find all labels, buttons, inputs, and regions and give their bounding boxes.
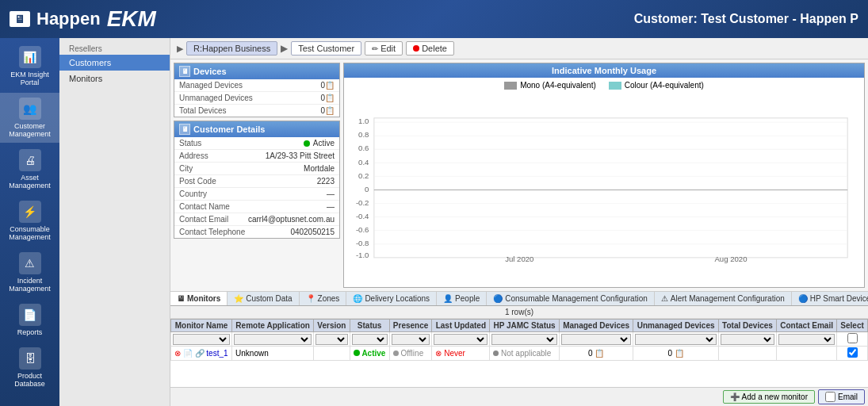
tab-delivery-locations-label: Delivery Locations	[365, 294, 430, 303]
tab-consumable-mgmt[interactable]: 🔵 Consumable Management Configuration	[487, 292, 655, 305]
svg-text:1.0: 1.0	[358, 117, 369, 125]
sidebar-item-asset-management[interactable]: 🖨 Asset Management	[0, 144, 59, 194]
ekm-text: EKM	[107, 6, 156, 32]
nav-item-customers[interactable]: Customers	[59, 55, 170, 71]
row-status-text: Active	[361, 349, 385, 358]
contact-email-value: carrl4@optusnet.com.au	[248, 215, 335, 224]
filter-total-devices[interactable]	[721, 334, 774, 345]
tab-monitors[interactable]: 🖥 Monitors	[170, 292, 228, 306]
chart-title: Indicative Monthly Usage	[344, 63, 864, 78]
edit-button[interactable]: ✏ Edit	[365, 41, 403, 56]
svg-text:Aug 2020: Aug 2020	[714, 255, 747, 263]
tab-alert-mgmt[interactable]: ⚠ Alert Management Configuration	[655, 292, 792, 305]
city-row: City Mortdale	[174, 163, 339, 175]
tab-hp-icon: 🔵	[798, 294, 808, 303]
contact-telephone-value: 0402050215	[290, 228, 335, 236]
filter-contact-email[interactable]	[778, 334, 835, 345]
breadcrumb-bar: ▶ R:Happen Business ▶ Test Customer ✏ Ed…	[170, 38, 868, 59]
filter-unmanaged-devices[interactable]	[635, 334, 716, 345]
unmanaged-print-icon[interactable]: 📋	[675, 349, 684, 358]
tab-consumable-label: Consumable Management Configuration	[505, 294, 648, 303]
sidebar-item-product-database[interactable]: 🗄 Product Database	[0, 343, 59, 393]
row-name-link[interactable]: test_1	[206, 349, 228, 358]
customer-details-panel: 🖥 Customer Details Status Active Address…	[174, 121, 340, 239]
filter-status[interactable]	[352, 334, 388, 345]
svg-text:0.2: 0.2	[358, 171, 369, 180]
svg-text:0.8: 0.8	[358, 130, 369, 139]
svg-text:-0.2: -0.2	[356, 198, 369, 207]
tab-delivery-locations[interactable]: 🌐 Delivery Locations	[346, 292, 437, 305]
sidebar-label: Asset Management	[3, 174, 56, 190]
tab-consumable-icon: 🔵	[493, 294, 503, 303]
filter-remote-app[interactable]	[234, 334, 312, 345]
row-unmanaged-devices: 0 📋	[633, 347, 718, 361]
breadcrumb-parent[interactable]: R:Happen Business	[186, 41, 277, 56]
filter-hp-jamc[interactable]	[491, 334, 557, 345]
filter-version[interactable]	[315, 334, 347, 345]
tab-hp-label: HP Smart Device Services	[810, 294, 868, 303]
sidebar-item-ekm-insight[interactable]: 📊 EKM Insight Portal	[0, 41, 59, 91]
sidebar-item-customer-management[interactable]: 👥 Customer Management	[0, 93, 59, 143]
customer-details-header: 🖥 Customer Details	[174, 121, 339, 137]
unmanaged-devices-label: Unmanaged Devices	[179, 94, 320, 102]
breadcrumb-arrow: ▶	[281, 43, 288, 54]
total-devices-row: Total Devices 0 📋	[174, 105, 339, 117]
tab-people-label: People	[455, 294, 480, 303]
monitors-table: Monitor Name Remote Application Version …	[170, 319, 868, 361]
asset-icon: 🖨	[19, 149, 41, 171]
sidebar-item-consumable-management[interactable]: ⚡ Consumable Management	[0, 196, 59, 246]
tab-custom-data[interactable]: ⭐ Custom Data	[228, 292, 299, 305]
filter-presence[interactable]	[392, 334, 430, 345]
svg-text:-1.0: -1.0	[356, 251, 369, 259]
email-checkbox[interactable]	[825, 392, 835, 402]
tabs-bar: 🖥 Monitors ⭐ Custom Data 📍 Zones 🌐 Deliv…	[170, 292, 868, 306]
select-all-checkbox[interactable]	[847, 333, 858, 343]
contact-email-label: Contact Email	[179, 215, 248, 224]
row-last-updated: ⊗ Never	[432, 347, 490, 361]
svg-text:-0.8: -0.8	[356, 239, 369, 247]
row-select-cell	[837, 347, 868, 361]
legend-colour: Colour (A4-equivalent)	[609, 81, 704, 90]
filter-last-updated[interactable]	[434, 334, 488, 345]
header: 🖥 Happen EKM Customer: Test Customer - H…	[0, 0, 868, 38]
nav-item-monitors[interactable]: Monitors	[59, 71, 170, 86]
legend-colour-swatch	[609, 82, 621, 90]
contact-name-row: Contact Name —	[174, 201, 339, 213]
unmanaged-devices-copy-icon[interactable]: 📋	[325, 94, 335, 102]
sidebar-label: EKM Insight Portal	[3, 71, 56, 86]
sidebar-item-reports[interactable]: 📄 Reports	[0, 299, 59, 341]
tab-zones[interactable]: 📍 Zones	[300, 292, 347, 305]
filter-monitor-name[interactable]	[173, 334, 230, 345]
svg-text:0.6: 0.6	[358, 144, 369, 152]
bottom-area: 🖥 Monitors ⭐ Custom Data 📍 Zones 🌐 Deliv…	[170, 291, 868, 406]
th-remote-app: Remote Application	[232, 320, 314, 332]
delete-icon	[413, 45, 419, 52]
email-button[interactable]: Email	[818, 389, 865, 404]
tab-delivery-locations-icon: 🌐	[353, 294, 362, 303]
address-value: 1A/29-33 Pitt Street	[266, 151, 335, 160]
managed-devices-copy-icon[interactable]: 📋	[325, 81, 335, 90]
sidebar-item-incident-management[interactable]: ⚠ Incident Management	[0, 247, 59, 297]
th-last-updated: Last Updated	[432, 320, 490, 332]
managed-print-icon[interactable]: 📋	[595, 349, 604, 358]
row-select-checkbox[interactable]	[847, 347, 858, 358]
tab-custom-data-icon: ⭐	[234, 294, 243, 303]
tab-hp-smart[interactable]: 🔵 HP Smart Device Services	[792, 292, 868, 305]
add-monitor-button[interactable]: ➕ Add a new monitor	[723, 390, 815, 404]
row-hp-jamc: Not applicable	[490, 347, 560, 361]
th-total-devices: Total Devices	[718, 320, 776, 332]
chart-panel: Indicative Monthly Usage Mono (A4-equiva…	[343, 63, 865, 288]
filter-managed-devices[interactable]	[561, 334, 631, 345]
postcode-row: Post Code 2223	[174, 175, 339, 188]
delete-button[interactable]: Delete	[406, 41, 454, 56]
customer-details-title: Customer Details	[193, 124, 265, 134]
devices-panel-title: Devices	[193, 67, 227, 76]
address-label: Address	[179, 151, 266, 160]
svg-text:0: 0	[365, 185, 369, 193]
managed-devices-label: Managed Devices	[179, 81, 320, 90]
consumable-icon: ⚡	[19, 201, 41, 223]
tab-people[interactable]: 👤 People	[437, 292, 487, 305]
total-devices-copy-icon[interactable]: 📋	[325, 106, 335, 115]
bottom-action-bar: ➕ Add a new monitor Email	[170, 387, 868, 406]
row-never-text: Never	[444, 349, 465, 358]
